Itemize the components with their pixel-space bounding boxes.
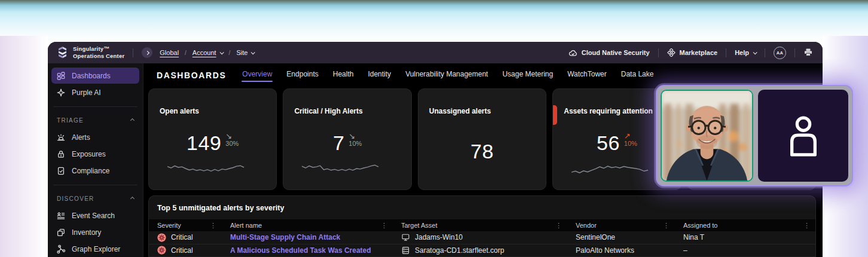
breadcrumb-account-label: Account xyxy=(192,49,216,56)
dashboards-header-row: DASHBOARDS Overview Endpoints Health Ide… xyxy=(148,63,816,87)
column-header-assigned-to[interactable]: Assigned to ⋮ xyxy=(675,219,815,231)
card-critical-high-alerts[interactable]: Critical / High Alerts 7 ↘ 10% xyxy=(283,88,411,190)
topbar-divider xyxy=(133,48,133,57)
column-menu-icon[interactable]: ⋮ xyxy=(204,222,222,230)
cloud-native-security-label: Cloud Native Security xyxy=(582,49,650,56)
help-menu[interactable]: Help xyxy=(735,49,756,56)
marketplace-icon xyxy=(667,48,676,57)
sidebar-item-exposures[interactable]: Exposures xyxy=(51,146,139,162)
assigned-to-label: Nina T xyxy=(683,233,704,241)
column-label: Target Asset xyxy=(401,222,438,229)
tab-usage-metering[interactable]: Usage Metering xyxy=(502,68,554,83)
marketplace-link[interactable]: Marketplace xyxy=(667,48,718,57)
top-alerts-panel: Top 5 unmitigated alerts by severity Sev… xyxy=(148,195,816,257)
table-row[interactable]: Critical A Malicious Scheduled Task Was … xyxy=(149,244,815,257)
metric-value: 149 xyxy=(187,131,221,155)
print-button[interactable] xyxy=(803,48,813,58)
column-menu-icon[interactable]: ⋮ xyxy=(658,222,675,230)
target-asset-label: Jadams-Win10 xyxy=(415,233,463,241)
breadcrumb-account[interactable]: Account xyxy=(192,49,223,56)
card-title: Assets requiring attention xyxy=(564,107,670,115)
sidebar-item-label: Graph Explorer xyxy=(72,245,120,253)
brand-name: Singularity™ Operations Center xyxy=(73,45,124,60)
table-row[interactable]: Critical Multi-Stage Supply Chain Attack… xyxy=(149,231,815,244)
sidebar-item-alerts[interactable]: Alerts xyxy=(51,129,139,145)
cloud-native-security-link[interactable]: Cloud Native Security xyxy=(569,49,650,57)
breadcrumb: Global / Account / Site xyxy=(160,49,254,56)
sidebar-item-purple-ai[interactable]: Purple AI xyxy=(51,84,139,100)
column-header-vendor[interactable]: Vendor ⋮ xyxy=(567,219,675,231)
assigned-to-label: – xyxy=(683,246,687,255)
participant-portrait xyxy=(662,91,752,180)
breadcrumb-global[interactable]: Global xyxy=(160,49,179,56)
video-call-overlay[interactable] xyxy=(656,85,853,186)
target-asset-cell: Jadams-Win10 xyxy=(393,233,567,241)
scope-collapse-button[interactable] xyxy=(142,47,152,58)
column-label: Vendor xyxy=(576,222,597,229)
user-avatar[interactable]: AA xyxy=(774,47,786,59)
sidebar-item-label: Purple AI xyxy=(72,88,101,97)
trend-percent: 10% xyxy=(349,140,362,148)
sidebar-section-discover[interactable]: DISCOVER xyxy=(51,191,139,207)
breadcrumb-site[interactable]: Site xyxy=(236,49,254,56)
tab-overview[interactable]: Overview xyxy=(242,68,273,83)
column-menu-icon[interactable]: ⋮ xyxy=(550,222,567,230)
vendor-label: SentinelOne xyxy=(576,233,615,241)
card-title: Open alerts xyxy=(160,107,265,115)
server-icon xyxy=(401,246,410,255)
breadcrumb-separator: / xyxy=(185,50,187,56)
person-placeholder-icon xyxy=(786,114,821,157)
trend-up-indicator: ↗ 10% xyxy=(624,132,637,147)
attention-accent-bar xyxy=(552,105,557,125)
severity-critical-icon xyxy=(157,233,166,242)
sidebar-item-dashboards[interactable]: Dashboards xyxy=(51,68,139,84)
sidebar-item-label: Event Search xyxy=(72,212,115,220)
sidebar-section-triage[interactable]: TRIAGE xyxy=(51,113,139,129)
participant-placeholder-tile[interactable] xyxy=(758,90,848,182)
column-header-severity[interactable]: Severity ⋮ xyxy=(149,219,222,231)
event-search-icon xyxy=(56,211,66,221)
column-header-alert-name[interactable]: Alert name ⋮ xyxy=(222,219,393,231)
severity-label: Critical xyxy=(171,233,193,241)
sidebar-item-inventory[interactable]: Inventory xyxy=(51,224,139,240)
breadcrumb-site-label: Site xyxy=(236,49,247,56)
tab-data-lake[interactable]: Data Lake xyxy=(621,68,655,83)
card-metric: 149 ↘ 30% xyxy=(149,124,276,162)
sidebar-item-event-search[interactable]: Event Search xyxy=(51,207,139,224)
tab-health[interactable]: Health xyxy=(332,68,354,83)
column-menu-icon[interactable]: ⋮ xyxy=(375,222,393,230)
alert-name-link[interactable]: Multi-Stage Supply Chain Attack xyxy=(230,233,340,241)
column-header-target-asset[interactable]: Target Asset ⋮ xyxy=(393,219,567,231)
desktop-icon xyxy=(401,233,410,241)
trend-down-indicator: ↘ 30% xyxy=(225,132,239,147)
trend-up-icon: ↗ xyxy=(624,132,631,140)
metric-value: 78 xyxy=(470,140,494,163)
topbar-divider xyxy=(794,48,795,57)
column-label: Severity xyxy=(157,222,181,229)
inventory-icon xyxy=(56,228,66,237)
purple-ai-icon xyxy=(56,88,66,97)
help-label: Help xyxy=(735,49,749,56)
printer-icon xyxy=(803,48,813,57)
chevron-up-icon xyxy=(130,197,135,201)
sidebar-item-compliance[interactable]: Compliance xyxy=(51,163,139,179)
participant-video-tile[interactable] xyxy=(661,90,753,182)
chevron-down-icon xyxy=(251,50,255,54)
card-unassigned-alerts[interactable]: Unassigned alerts 78 xyxy=(418,88,546,190)
tab-identity[interactable]: Identity xyxy=(367,68,392,83)
severity-cell: Critical xyxy=(149,246,222,255)
brand: Singularity™ Operations Center xyxy=(57,45,124,60)
alert-name-link[interactable]: A Malicious Scheduled Task Was Created xyxy=(230,246,371,255)
tab-vulnerability-management[interactable]: Vulnerability Management xyxy=(405,68,488,83)
brand-line1: Singularity™ xyxy=(73,45,124,53)
alerts-icon xyxy=(56,133,66,142)
column-menu-icon[interactable]: ⋮ xyxy=(798,222,815,230)
table-header-row: Severity ⋮ Alert name ⋮ Target Asset ⋮ xyxy=(149,219,815,231)
sparkline-chart xyxy=(301,158,379,176)
exposures-icon xyxy=(56,149,66,159)
sidebar-item-graph-explorer[interactable]: Graph Explorer xyxy=(51,241,139,257)
sparkline-chart xyxy=(167,158,244,176)
tab-endpoints[interactable]: Endpoints xyxy=(286,68,319,83)
tab-watchtower[interactable]: WatchTower xyxy=(567,68,607,83)
card-open-alerts[interactable]: Open alerts 149 ↘ 30% xyxy=(148,88,277,190)
